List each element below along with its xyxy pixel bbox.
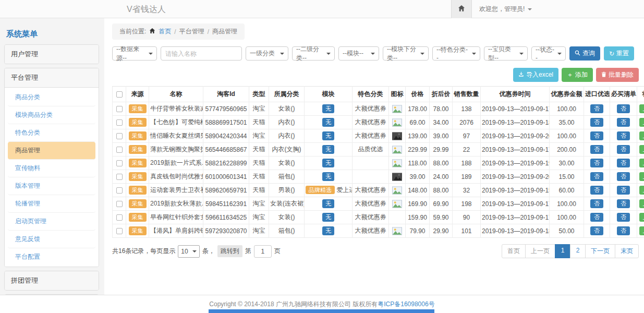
status-toggle[interactable]: 上架: [639, 226, 644, 235]
table-row: 采集牛仔背带裤女秋装减龄...577479560965淘宝女装()无大额优惠券1…: [113, 102, 644, 116]
import-excel-button[interactable]: 导入excel: [513, 68, 558, 82]
product-category: 内衣(文胸): [269, 143, 305, 156]
filter-select-2[interactable]: 一级分类: [246, 46, 288, 61]
chevron-down-icon: [280, 53, 284, 55]
row-checkbox[interactable]: [116, 201, 123, 207]
row-checkbox[interactable]: [116, 147, 123, 153]
row-checkbox[interactable]: [116, 133, 123, 139]
status-toggle[interactable]: 上架: [639, 131, 644, 140]
jump-page-input[interactable]: [254, 245, 272, 258]
must-buy-toggle[interactable]: 否: [617, 213, 630, 222]
import-select-toggle[interactable]: 否: [590, 145, 603, 154]
import-select-toggle[interactable]: 否: [590, 172, 603, 181]
filter-select-6[interactable]: --特色分类--: [432, 46, 480, 61]
sidebar-item-active[interactable]: 商品管理: [8, 142, 95, 160]
filter-select-4[interactable]: --模块--: [338, 46, 379, 61]
import-select-toggle[interactable]: 否: [590, 186, 603, 195]
coupon-time: 2019-09-13—2019-09-18: [481, 224, 550, 238]
select-all-checkbox[interactable]: [116, 91, 123, 98]
row-checkbox[interactable]: [116, 214, 123, 221]
status-toggle[interactable]: 上架: [639, 159, 644, 167]
page-size-select[interactable]: 10: [178, 245, 199, 258]
sidebar-item[interactable]: 宣传物料: [8, 160, 95, 177]
page-button-上一页[interactable]: 上一页: [525, 244, 555, 258]
status-toggle[interactable]: 上架: [639, 172, 644, 181]
status-toggle[interactable]: 上架: [639, 199, 644, 208]
filter-select-7[interactable]: --宝贝类型--: [484, 46, 528, 61]
row-checkbox[interactable]: [116, 119, 123, 126]
filter-select-0[interactable]: --数据来源--: [112, 46, 157, 61]
must-buy-toggle[interactable]: 否: [617, 159, 630, 167]
page-button-1[interactable]: 1: [555, 244, 570, 258]
reset-button[interactable]: ↻重置: [604, 46, 634, 61]
sidebar-item[interactable]: 轮播管理: [8, 195, 95, 213]
must-buy-cell: 否: [610, 170, 637, 184]
status-toggle[interactable]: 上架: [639, 186, 644, 195]
feature-category: 大额优惠券: [353, 197, 389, 211]
must-buy-toggle[interactable]: 否: [617, 131, 630, 140]
import-select-toggle[interactable]: 否: [590, 199, 603, 208]
status-toggle[interactable]: 上架: [639, 104, 644, 113]
import-select-toggle[interactable]: 否: [590, 131, 603, 140]
coupon-amount: 200.00: [550, 143, 584, 156]
row-checkbox[interactable]: [116, 187, 123, 194]
sidebar-item[interactable]: 意见反馈: [8, 231, 95, 248]
must-buy-toggle[interactable]: 否: [617, 145, 630, 154]
status-cell: 上架: [637, 129, 644, 143]
sidebar-panel-header-0[interactable]: 用户管理: [5, 45, 99, 64]
sidebar-item[interactable]: 启动页管理: [8, 213, 95, 231]
row-checkbox[interactable]: [116, 106, 123, 112]
row-checkbox[interactable]: [116, 228, 123, 234]
import-select-toggle[interactable]: 否: [590, 159, 603, 167]
status-toggle[interactable]: 上架: [639, 145, 644, 154]
horizontal-scrollbar-thumb[interactable]: [209, 309, 434, 313]
page-button-首页[interactable]: 首页: [502, 244, 526, 258]
must-buy-toggle[interactable]: 否: [617, 104, 630, 113]
user-menu[interactable]: 欢迎您，管理员!: [472, 5, 644, 14]
import-select-toggle[interactable]: 否: [590, 226, 603, 235]
import-select-toggle[interactable]: 否: [590, 104, 603, 113]
must-buy-toggle[interactable]: 否: [617, 226, 630, 235]
sidebar-panel-header-2[interactable]: 拼团管理: [5, 271, 99, 290]
breadcrumb-home-link[interactable]: 首页: [159, 27, 171, 36]
status-toggle[interactable]: 上架: [639, 213, 644, 222]
search-button[interactable]: 查询: [569, 46, 600, 61]
taoke-id: 577479560965: [203, 102, 249, 116]
sidebar-item[interactable]: 平台配置: [8, 248, 95, 266]
sidebar-item[interactable]: 商品分类: [8, 89, 95, 106]
add-button[interactable]: ＋ 添加: [562, 68, 593, 82]
product-category: 箱包(): [269, 170, 305, 184]
filter-select-3[interactable]: --二级分类--: [292, 46, 335, 61]
page-button-2[interactable]: 2: [570, 244, 586, 258]
must-buy-toggle[interactable]: 否: [617, 172, 630, 181]
import-select-toggle[interactable]: 否: [590, 118, 603, 127]
import-select-toggle[interactable]: 否: [590, 213, 603, 222]
row-select-cell: [113, 116, 126, 129]
taoke-id: 601000601341: [203, 170, 249, 184]
sidebar-item[interactable]: 特色分类: [8, 124, 95, 142]
breadcrumb-platform: 平台管理: [179, 27, 204, 36]
batch-delete-button[interactable]: 批量删除: [596, 68, 639, 82]
sidebar-item[interactable]: 模块商品分类: [8, 106, 95, 124]
page-button-下一页[interactable]: 下一页: [585, 244, 615, 258]
must-buy-toggle[interactable]: 否: [617, 186, 630, 195]
icp-link[interactable]: 粤ICP备16098006号: [378, 300, 434, 309]
filter-name-input[interactable]: [161, 46, 242, 61]
filter-select-8[interactable]: --状态--: [531, 46, 566, 61]
row-checkbox[interactable]: [116, 174, 123, 180]
chevron-down-icon: [519, 53, 524, 55]
status-toggle[interactable]: 上架: [639, 118, 644, 127]
filter-select-5[interactable]: --模块下分类--: [383, 46, 429, 61]
search-button-label: 查询: [582, 49, 595, 58]
page-button-末页[interactable]: 末页: [615, 244, 639, 258]
home-button[interactable]: [451, 0, 472, 18]
sidebar-item[interactable]: 版本管理: [8, 177, 95, 195]
table-row: 采集2019新款女秋薄款...598451162391淘宝女装(连衣裙)无大额优…: [113, 197, 644, 211]
jump-button[interactable]: 跳转到: [217, 245, 242, 257]
must-buy-toggle[interactable]: 否: [617, 118, 630, 127]
row-select-cell: [113, 170, 126, 184]
product-category: 女装(): [269, 102, 305, 116]
must-buy-toggle[interactable]: 否: [617, 199, 630, 208]
row-checkbox[interactable]: [116, 160, 123, 166]
sidebar-panel-header-1[interactable]: 平台管理: [5, 68, 99, 87]
